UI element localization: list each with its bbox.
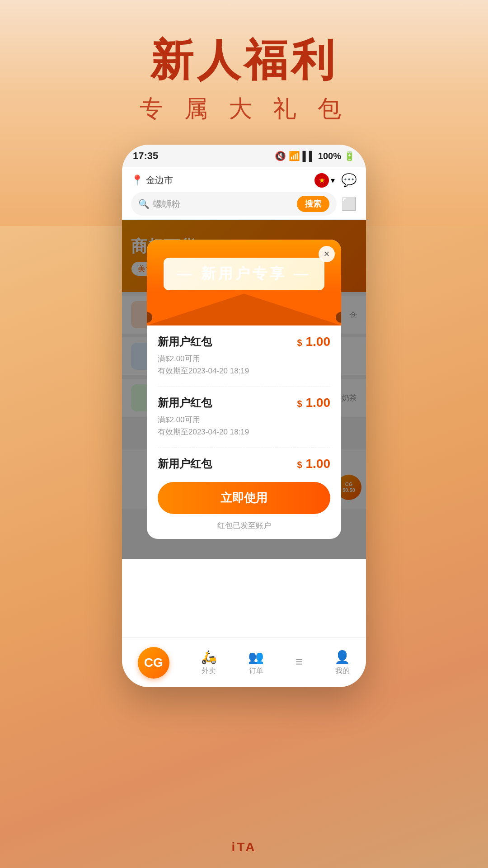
app-header: 📍 金边市 ★ ▾ 💬 🔍 螺蛳粉 搜索 ⬜ — [122, 167, 366, 220]
flag-button[interactable]: ★ ▾ — [314, 173, 335, 188]
coupon-1-name: 新用户红包 — [158, 335, 212, 349]
bottom-logo-text: iTA — [231, 840, 256, 854]
nav-item-home[interactable]: CG — [138, 647, 169, 679]
coupon-header: — 新用户专享 — — [147, 240, 341, 326]
coupon-item-2: 新用户红包 $ 1.00 满$2.00可用 有效期至2023-04-20 18:… — [158, 387, 330, 448]
hero-section: 新人福利 专 属 大 礼 包 — [0, 0, 488, 125]
app-content: 商超百货 美食 电商 仓 生活 生活 奶茶 🐟 特价机票 — [122, 220, 366, 559]
fold-right — [244, 294, 341, 326]
scan-icon[interactable]: ⬜ — [341, 197, 357, 212]
coupon-1-amount: $ 1.00 — [297, 335, 330, 349]
status-bar: 17:35 🔇 📶 ▌▌ 100% 🔋 — [122, 145, 366, 167]
coupon-2-amount: $ 1.00 — [297, 396, 330, 410]
order-label: 订单 — [249, 666, 263, 676]
search-button[interactable]: 搜索 — [297, 196, 329, 212]
dropdown-arrow: ▾ — [331, 175, 335, 185]
coupon-2-detail: 满$2.00可用 有效期至2023-04-20 18:19 — [158, 414, 330, 438]
envelope-fold — [147, 294, 341, 326]
mute-icon: 🔇 — [275, 151, 286, 161]
nav-item-waimai[interactable]: 🛵 外卖 — [201, 650, 217, 676]
order-icon: 👥 — [248, 650, 264, 665]
coupon-2-name: 新用户红包 — [158, 396, 212, 410]
use-button[interactable]: 立即使用 — [158, 482, 330, 514]
search-icon: 🔍 — [138, 198, 150, 209]
bottom-nav: CG 🛵 外卖 👥 订单 ≡ 👤 我的 — [122, 637, 366, 687]
coupon-3-name: 新用户红包 — [158, 457, 212, 471]
location-icon: 📍 — [131, 175, 143, 186]
location-area[interactable]: 📍 金边市 — [131, 174, 173, 186]
modal-box: × — 新用户专享 — — [147, 240, 341, 539]
coupon-3-amount: $ 1.00 — [297, 457, 330, 471]
wifi-icon: 📶 — [289, 151, 300, 161]
modal-footer: 红包已发至账户 — [147, 520, 341, 539]
mine-icon: 👤 — [334, 650, 350, 665]
hero-subtitle: 专 属 大 礼 包 — [0, 93, 488, 125]
nav-item-menu[interactable]: ≡ — [296, 655, 303, 671]
header-right: ★ ▾ 💬 — [314, 173, 357, 188]
home-button[interactable]: CG — [138, 647, 169, 679]
coupon-list: 新用户红包 $ 1.00 满$2.00可用 有效期至2023-04-20 18:… — [147, 326, 341, 478]
search-bar[interactable]: 🔍 螺蛳粉 搜索 — [131, 192, 337, 216]
header-top: 📍 金边市 ★ ▾ 💬 — [131, 173, 357, 188]
signal-icon: ▌▌ — [303, 151, 315, 161]
modal-close-button[interactable]: × — [319, 246, 335, 262]
nav-item-order[interactable]: 👥 订单 — [248, 650, 264, 676]
home-logo: CG — [144, 656, 163, 670]
search-placeholder: 螺蛳粉 — [153, 198, 293, 210]
coupon-item-2-top: 新用户红包 $ 1.00 — [158, 396, 330, 410]
coupon-item-1-top: 新用户红包 $ 1.00 — [158, 335, 330, 349]
waimai-icon: 🛵 — [201, 650, 217, 665]
status-time: 17:35 — [133, 150, 158, 162]
waimai-label: 外卖 — [202, 666, 216, 676]
chat-icon[interactable]: 💬 — [341, 173, 357, 188]
hero-title: 新人福利 — [0, 36, 488, 84]
nav-item-mine[interactable]: 👤 我的 — [334, 650, 350, 676]
modal-overlay: × — 新用户专享 — — [122, 220, 366, 559]
coupon-header-title: — 新用户专享 — — [177, 265, 311, 282]
battery-text: 100% — [318, 151, 341, 161]
fold-left — [147, 294, 244, 326]
menu-icon: ≡ — [296, 655, 303, 669]
mine-label: 我的 — [335, 666, 350, 676]
coupon-1-detail: 满$2.00可用 有效期至2023-04-20 18:19 — [158, 353, 330, 377]
battery-icon: 🔋 — [344, 151, 355, 161]
flag-icon: ★ — [314, 173, 329, 188]
coupon-item-3: 新用户红包 $ 1.00 — [158, 448, 330, 477]
coupon-item-1: 新用户红包 $ 1.00 满$2.00可用 有效期至2023-04-20 18:… — [158, 326, 330, 387]
status-right: 🔇 📶 ▌▌ 100% 🔋 — [275, 151, 356, 161]
coupon-item-3-top: 新用户红包 $ 1.00 — [158, 457, 330, 471]
location-text: 金边市 — [146, 174, 173, 186]
phone-mockup: 17:35 🔇 📶 ▌▌ 100% 🔋 📍 金边市 ★ ▾ 💬 — [122, 145, 366, 687]
